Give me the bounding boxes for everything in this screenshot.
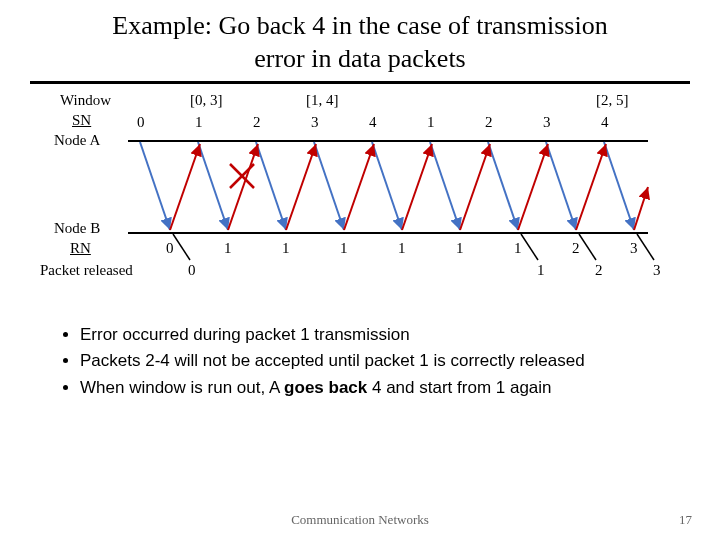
title-line1: Example: Go back 4 in the case of transm… [112,11,607,40]
sn-8: 4 [601,114,609,131]
node-a-axis [128,140,648,142]
window-2: [2, 5] [596,92,629,109]
svg-line-1 [198,142,228,230]
rn-6: 1 [514,240,522,257]
sn-5: 1 [427,114,435,131]
rn-4: 1 [398,240,406,257]
label-nodeB: Node B [54,220,100,237]
svg-line-4 [372,142,402,230]
svg-line-9 [170,144,200,230]
bullet-2: Packets 2-4 will not be accepted until p… [80,348,690,374]
bullet-1: Error occurred during packet 1 transmiss… [80,322,690,348]
svg-line-11 [286,144,316,230]
svg-line-8 [604,142,634,230]
rn-1: 1 [224,240,232,257]
sn-4: 4 [369,114,377,131]
sn-2: 2 [253,114,261,131]
sn-1: 1 [195,114,203,131]
rn-0: 0 [166,240,174,257]
node-b-axis [128,232,648,234]
sn-7: 3 [543,114,551,131]
svg-line-22 [230,164,254,188]
sn-0: 0 [137,114,145,131]
svg-line-12 [344,144,374,230]
arrows-svg [40,92,660,312]
svg-line-10 [228,144,258,230]
title-line2: error in data packets [254,44,466,73]
window-1: [1, 4] [306,92,339,109]
svg-line-21 [637,234,654,260]
released-1: 1 [537,262,545,279]
divider [30,81,690,84]
rn-8: 3 [630,240,638,257]
sn-3: 3 [311,114,319,131]
svg-line-5 [430,142,460,230]
svg-line-18 [173,234,190,260]
svg-line-3 [314,142,344,230]
label-window: Window [60,92,111,109]
bullet-3: When window is run out, A goes back 4 an… [80,375,690,401]
label-rn: RN [70,240,91,257]
svg-line-2 [256,142,286,230]
svg-line-7 [546,142,576,230]
released-0: 0 [188,262,196,279]
rn-5: 1 [456,240,464,257]
svg-line-6 [488,142,518,230]
svg-line-19 [521,234,538,260]
svg-line-14 [460,144,490,230]
label-packet-released: Packet released [40,262,133,279]
page-number: 17 [679,512,692,528]
sn-6: 2 [485,114,493,131]
svg-line-13 [402,144,432,230]
window-0: [0, 3] [190,92,223,109]
svg-line-0 [140,142,170,230]
svg-line-20 [579,234,596,260]
svg-line-15 [518,144,548,230]
label-sn: SN [72,112,91,129]
label-nodeA: Node A [54,132,100,149]
rn-7: 2 [572,240,580,257]
svg-line-16 [576,144,606,230]
svg-line-17 [634,187,648,230]
rn-3: 1 [340,240,348,257]
svg-line-23 [230,164,254,188]
released-2: 2 [595,262,603,279]
bullet-list: Error occurred during packet 1 transmiss… [30,322,690,401]
protocol-diagram: Window SN Node A Node B RN Packet releas… [40,92,660,312]
released-3: 3 [653,262,661,279]
rn-2: 1 [282,240,290,257]
footer-text: Communication Networks [0,512,720,528]
